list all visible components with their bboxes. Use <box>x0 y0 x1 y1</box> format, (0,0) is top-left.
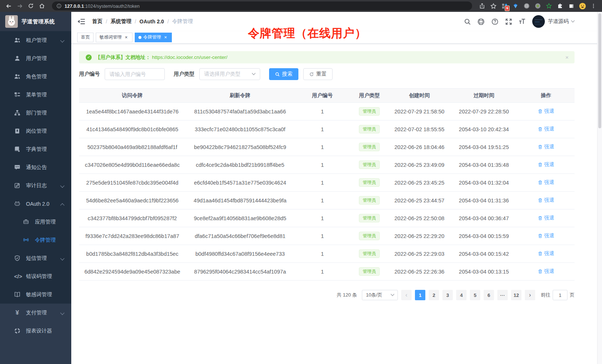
pay-icon: ¥ <box>14 310 20 316</box>
page-button-4[interactable]: 4 <box>456 290 467 300</box>
site-info-icon[interactable] <box>56 3 62 9</box>
circle-extension-icon[interactable] <box>523 2 531 10</box>
github-icon[interactable] <box>477 18 485 25</box>
doc-link[interactable]: https://doc.iocoder.cn/user-center/ <box>152 54 228 60</box>
search-button[interactable]: 搜索 <box>269 68 298 80</box>
page-button-3[interactable]: 3 <box>442 290 453 300</box>
chevron-down-icon <box>252 72 255 75</box>
alert-close-icon[interactable]: × <box>565 54 569 60</box>
force-logout-button[interactable]: 强退 <box>538 143 554 150</box>
sidebar-item-label: 报表设计器 <box>26 328 52 334</box>
breadcrumb-system[interactable]: 系统管理 <box>111 18 131 25</box>
sidebar-item-dept[interactable]: 部门管理 <box>0 104 71 122</box>
sidebar-item-label: 错误码管理 <box>26 273 52 280</box>
force-logout-button[interactable]: 强退 <box>538 232 554 239</box>
font-size-icon[interactable] <box>518 18 526 25</box>
search-icon[interactable] <box>464 18 471 25</box>
fullscreen-icon[interactable] <box>505 18 512 25</box>
sidebar-item-report-designer[interactable]: 报表设计器 <box>0 322 71 340</box>
table-row: 275e5de9151045fe87cbdc395e004f4d e6cfd40… <box>79 174 575 192</box>
table-row: 54d6be82ee5a460a9aedc1f9bf223656 49d1aa4… <box>79 192 575 209</box>
tag-sensitive-word[interactable]: 敏感词管理 × <box>96 33 132 42</box>
app-logo[interactable]: 芋道管理系统 <box>0 12 71 31</box>
force-logout-button[interactable]: 强退 <box>538 126 554 132</box>
close-icon[interactable]: × <box>163 35 168 40</box>
cell-created-at: 2022-06-25 23:44:57 <box>389 192 450 209</box>
user-type-badge: 管理员 <box>359 161 380 169</box>
force-logout-button[interactable]: 强退 <box>538 250 554 257</box>
forward-icon[interactable] <box>16 2 24 10</box>
gem-extension-icon[interactable] <box>511 2 520 10</box>
recorder-extension-icon[interactable] <box>534 2 542 10</box>
force-logout-button[interactable]: 强退 <box>538 197 554 203</box>
prev-page-button[interactable]: ‹ <box>401 290 412 300</box>
pagination-ellipsis[interactable]: ··· <box>497 290 508 300</box>
sidebar-item-menu[interactable]: 菜单管理 <box>0 86 71 104</box>
bookmark-star-icon[interactable] <box>489 2 497 10</box>
chevron-down-icon <box>61 186 64 189</box>
cell-actions: 强退 <box>517 263 575 281</box>
force-logout-button[interactable]: 强退 <box>538 215 554 221</box>
cell-user-type: 管理员 <box>350 245 389 263</box>
report-designer-icon <box>14 328 20 334</box>
extensions-puzzle-icon[interactable] <box>556 2 564 10</box>
tag-token[interactable]: 令牌管理 × <box>135 33 172 42</box>
sidebar-item-sms[interactable]: 短信管理 <box>0 249 71 267</box>
sidebar-item-label: 应用管理 <box>35 219 56 225</box>
star-extension-icon[interactable] <box>545 2 553 10</box>
page-button-2[interactable]: 2 <box>429 290 439 300</box>
breadcrumb-home[interactable]: 首页 <box>92 18 102 25</box>
sidebar-item-post[interactable]: 岗位管理 <box>0 122 71 140</box>
cell-user-type: 管理员 <box>350 174 389 192</box>
sidebar-item-error-code[interactable]: </> 错误码管理 <box>0 267 71 285</box>
screenshot-extension-icon[interactable] <box>567 2 575 10</box>
kebab-menu-icon[interactable] <box>589 2 598 10</box>
red-annotation-text: 令牌管理（在线用户） <box>248 26 367 41</box>
col-actions: 操作 <box>517 89 575 103</box>
help-icon[interactable] <box>491 18 498 25</box>
user-type-select[interactable]: 请选择用户类型 <box>199 68 260 80</box>
back-icon[interactable] <box>4 2 13 10</box>
reset-button[interactable]: 重置 <box>303 68 333 80</box>
home-icon[interactable] <box>38 2 46 10</box>
cell-user-id: 1 <box>295 103 350 120</box>
force-logout-button[interactable]: 强退 <box>538 108 554 115</box>
sidebar-item-sensitive-word[interactable]: 敏感词管理 <box>0 285 71 304</box>
cell-access-token: 6d842e2924594de9a09e45e087323abe <box>79 263 186 281</box>
page-button-12[interactable]: 12 <box>511 290 521 300</box>
cell-user-type: 管理员 <box>350 227 389 245</box>
sidebar-item-audit-log[interactable]: 审计日志 <box>0 176 71 195</box>
share-icon[interactable] <box>478 2 486 10</box>
user-menu[interactable]: 芋道源码 <box>532 15 575 28</box>
user-id-input[interactable] <box>105 68 165 80</box>
page-size-select[interactable]: 10条/页 <box>362 290 398 300</box>
tag-home[interactable]: 首页 <box>77 33 94 42</box>
next-page-button[interactable]: › <box>525 290 535 300</box>
sidebar-item-application[interactable]: 应用管理 <box>0 213 71 231</box>
address-bar[interactable]: 127.0.0.1:1024/system/oauth2/token <box>52 1 472 10</box>
sidebar-item-user[interactable]: 用户管理 <box>0 49 71 67</box>
breadcrumb-oauth[interactable]: OAuth 2.0 <box>140 19 164 24</box>
smiley-avatar-icon[interactable] <box>578 2 586 10</box>
force-logout-button[interactable]: 强退 <box>538 268 554 275</box>
page-button-6[interactable]: 6 <box>484 290 494 300</box>
grid-extension-icon[interactable]: 9 <box>500 2 508 10</box>
sidebar-collapse-icon[interactable] <box>77 18 85 25</box>
sidebar-item-dict[interactable]: 字典管理 <box>0 140 71 158</box>
page-button-1[interactable]: 1 <box>415 290 425 300</box>
sidebar-item-role[interactable]: 角色管理 <box>0 67 71 86</box>
jump-page-input[interactable] <box>553 290 567 300</box>
sidebar-item-notice[interactable]: 通知公告 <box>0 158 71 176</box>
page-scrollbar[interactable] <box>597 12 602 364</box>
sidebar-item-tenant[interactable]: 租户管理 <box>0 31 71 49</box>
scrollbar-thumb[interactable] <box>598 13 601 128</box>
reload-icon[interactable] <box>27 2 35 10</box>
cell-created-at: 2022-06-25 23:45:25 <box>389 174 450 192</box>
force-logout-button[interactable]: 强退 <box>538 161 554 168</box>
sidebar-item-token[interactable]: 令牌管理 <box>0 231 71 249</box>
sidebar-item-pay[interactable]: ¥ 支付管理 <box>0 304 71 322</box>
close-icon[interactable]: × <box>124 35 129 40</box>
force-logout-button[interactable]: 强退 <box>538 179 554 186</box>
sidebar-item-oauth[interactable]: OAuth 2.0 <box>0 195 71 213</box>
page-button-5[interactable]: 5 <box>470 290 480 300</box>
